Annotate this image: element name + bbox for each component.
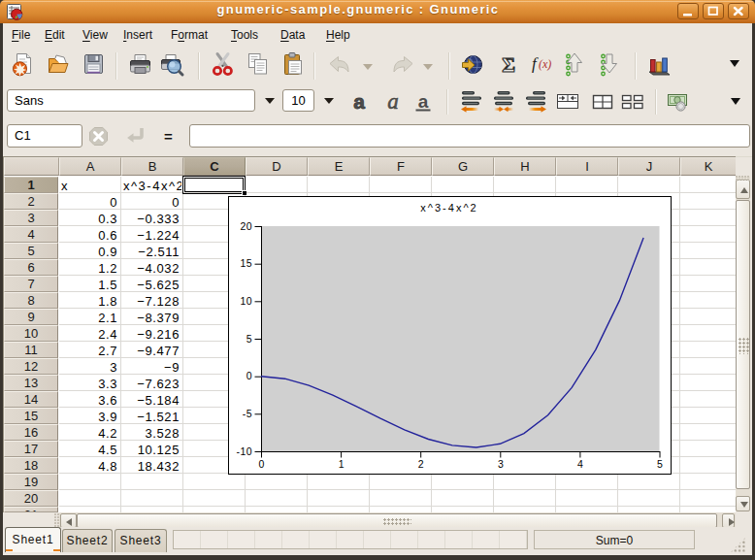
- svg-text:-5: -5: [243, 408, 252, 419]
- svg-text:5: 5: [246, 333, 252, 345]
- svg-text:3: 3: [498, 458, 504, 470]
- svg-text:10: 10: [241, 295, 252, 307]
- svg-text:x^3-4x^2: x^3-4x^2: [420, 202, 477, 214]
- svg-text:5: 5: [657, 458, 663, 470]
- svg-text:f: f: [532, 54, 539, 73]
- svg-text:0: 0: [246, 370, 252, 381]
- svg-text:1: 1: [339, 458, 345, 470]
- svg-text:a: a: [418, 91, 429, 112]
- svg-text:Σ: Σ: [502, 53, 515, 77]
- svg-text:20: 20: [241, 220, 252, 232]
- svg-text:-10: -10: [237, 445, 252, 457]
- svg-text:2: 2: [418, 458, 424, 470]
- svg-text:0: 0: [259, 458, 265, 470]
- svg-text:4: 4: [577, 458, 583, 470]
- svg-text:a: a: [353, 90, 365, 113]
- svg-text:15: 15: [241, 257, 252, 269]
- svg-text:(x): (x): [539, 57, 551, 71]
- svg-text:a: a: [387, 90, 399, 114]
